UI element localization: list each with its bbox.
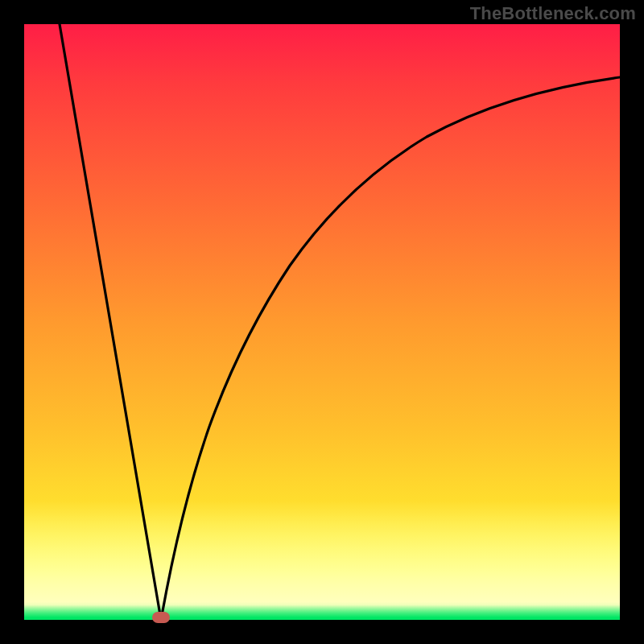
plot-area [24,24,620,620]
curve-layer [24,24,620,620]
curve-right-ascent [161,77,620,620]
optimum-marker [152,612,170,623]
curve-left-descent [60,24,161,620]
attribution-text: TheBottleneck.com [470,3,636,24]
chart-frame: TheBottleneck.com [0,0,644,644]
